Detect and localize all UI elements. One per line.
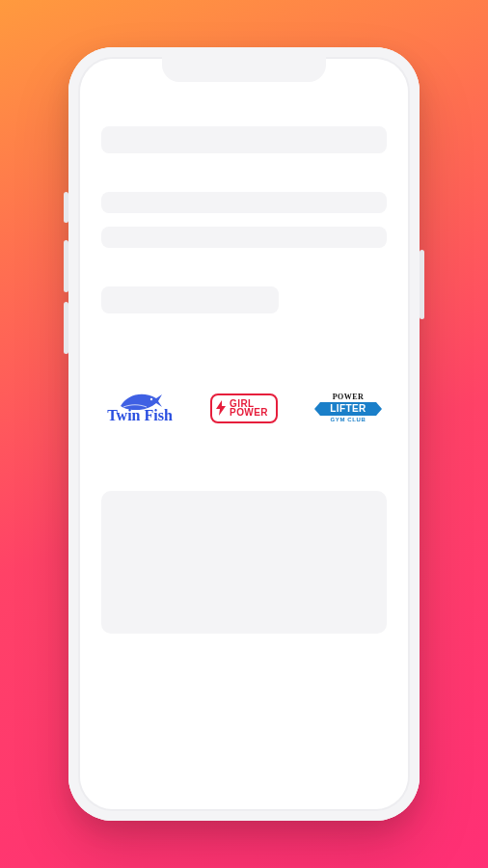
- brand-power-lifter-top: POWER: [333, 393, 365, 401]
- brand-power-lifter[interactable]: POWER LIFTER GYM CLUB: [310, 387, 387, 429]
- brands-row: Twin Fish GIRL POWER POWER LIFTER G: [101, 383, 387, 435]
- phone-notch: [162, 57, 326, 82]
- brand-girl-power[interactable]: GIRL POWER: [205, 387, 283, 429]
- svg-point-0: [150, 398, 152, 400]
- brand-girl-power-line2: POWER: [230, 408, 268, 418]
- phone-frame: Twin Fish GIRL POWER POWER LIFTER G: [68, 47, 420, 821]
- lightning-icon: [216, 400, 226, 416]
- phone-side-button: [64, 302, 68, 354]
- phone-side-button: [420, 250, 424, 319]
- phone-side-button: [64, 192, 68, 223]
- brand-twin-fish-label: Twin Fish: [107, 408, 173, 423]
- brand-power-lifter-sub: GYM CLUB: [331, 417, 366, 422]
- skeleton-card: [101, 491, 387, 634]
- brand-twin-fish[interactable]: Twin Fish: [101, 387, 178, 429]
- brand-power-lifter-banner: LIFTER: [320, 402, 375, 416]
- skeleton-line: [101, 192, 387, 213]
- skeleton-line: [101, 126, 387, 153]
- skeleton-line: [101, 286, 279, 313]
- phone-side-button: [64, 240, 68, 292]
- screen: Twin Fish GIRL POWER POWER LIFTER G: [80, 59, 408, 809]
- skeleton-line: [101, 227, 387, 248]
